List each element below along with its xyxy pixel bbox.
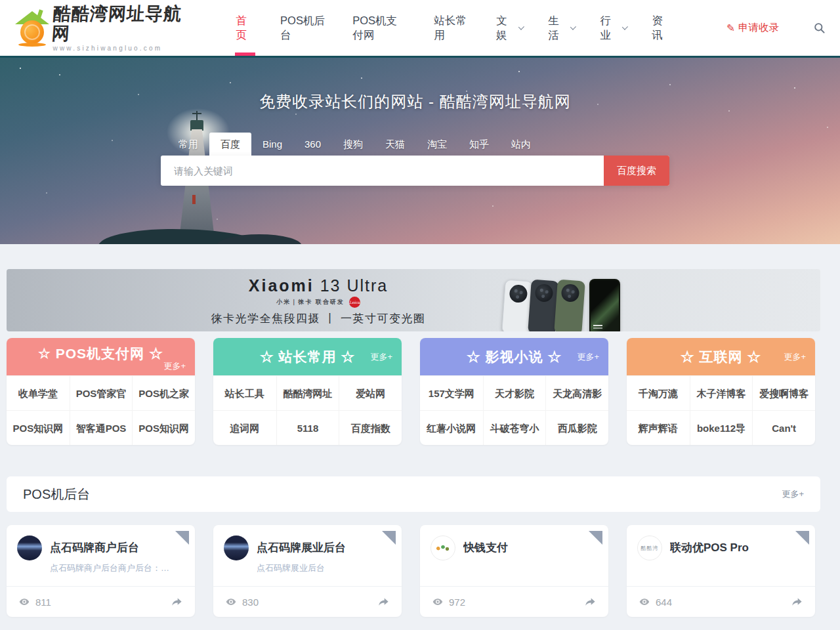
category-link[interactable]: 追词网 [213,410,276,445]
category-link[interactable]: 斗破苍穹小 [483,410,546,445]
category-link[interactable]: 爱搜啊博客 [752,375,815,410]
category-link[interactable]: 辉声辉语 [627,410,690,445]
tab-360[interactable]: 360 [293,133,332,156]
nav-item-news[interactable]: 资讯 [639,0,683,56]
section-title: POS机后台 [23,486,90,503]
site-avatar [430,536,455,560]
section-more-link[interactable]: 更多+ [782,488,804,500]
site-card[interactable]: 点石码牌展业后台 点石码牌展业后台 830 [213,525,402,617]
site-logo[interactable]: 酷酷湾网址导航网 www.sizhiwangluo.com [14,4,185,52]
home-orange-logo-icon [14,10,46,47]
eye-icon [18,596,30,608]
chevron-down-icon [622,24,628,30]
site-title: 联动优POS Pro [670,536,793,560]
category-link[interactable]: 智客通POS [70,410,133,445]
category-link[interactable]: 5118 [276,410,339,445]
nav-item-home[interactable]: 首页 [223,0,267,56]
category-link[interactable]: 157文学网 [420,375,483,410]
share-icon[interactable] [171,596,183,608]
category-link[interactable]: 千淘万漉 [627,375,690,410]
category-link[interactable]: 红薯小说网 [420,410,483,445]
category-link[interactable]: Can't [752,410,815,445]
top-navbar: 酷酷湾网址导航网 www.sizhiwangluo.com 首页 POS机后台 … [0,0,840,56]
nav-item-pos-backend[interactable]: POS机后台 [267,0,339,56]
banner-subtitle: 小米｜徕卡 联合研发 [276,298,344,306]
brand-name: 酷酷湾网址导航网 [51,4,186,43]
category-title: ☆ POS机支付网 ☆ [38,345,163,363]
category-link[interactable]: 百度指数 [339,410,402,445]
category-link[interactable]: 天龙高清影 [545,375,608,410]
eye-icon [639,596,650,608]
pencil-icon: ✎ [726,22,735,34]
category-card-internet: ☆ 互联网 ☆ 更多+ 千淘万漉 木子洋博客 爱搜啊博客 辉声辉语 boke11… [627,338,815,445]
category-link[interactable]: 天才影院 [483,375,546,410]
view-count: 972 [432,596,465,608]
site-subtitle: 点石码牌商户后台商户后台：http:... [50,562,173,574]
category-title: ☆ 站长常用 ☆ [260,348,356,366]
main-nav: 首页 POS机后台 POS机支付网 站长常用 文娱 生活 行业 资讯 [223,0,683,56]
banner-title: Xiaomi 13 Ultra [203,276,433,295]
xiaomi-ad-banner[interactable]: Xiaomi 13 Ultra 小米｜徕卡 联合研发 Leica 徕卡光学全焦段… [7,269,820,331]
category-more-link[interactable]: 更多+ [577,351,599,363]
category-link[interactable]: POS知识网 [132,410,195,445]
tab-baidu[interactable]: 百度 [209,133,251,156]
category-cards-row: ☆ POS机支付网 ☆ 更多+ 收单学堂 POS管家官 POS机之家 POS知识… [7,338,820,445]
category-more-link[interactable]: 更多+ [163,360,186,372]
view-count: 830 [225,596,259,608]
category-link[interactable]: 木子洋博客 [690,375,753,410]
tab-tmall[interactable]: 天猫 [374,133,416,156]
category-link[interactable]: 爱站网 [339,375,402,410]
category-header: ☆ 站长常用 ☆ 更多+ [213,338,402,375]
nav-item-entertainment[interactable]: 文娱 [483,0,535,56]
baidu-search-button[interactable]: 百度搜索 [604,156,669,186]
corner-flag-icon [589,531,602,545]
search-icon[interactable] [813,22,826,34]
hero-banner: 免费收录站长们的网站 - 酷酷湾网址导航网 常用 百度 Bing 360 搜狗 … [0,56,840,244]
search-engine-tabs: 常用 百度 Bing 360 搜狗 天猫 淘宝 知乎 站内 [167,133,542,156]
site-subtitle: 点石码牌展业后台 [257,562,379,574]
category-header: ☆ 互联网 ☆ 更多+ [627,338,815,375]
site-cards-row: 点石码牌商户后台 点石码牌商户后台商户后台：http:... 811 点石码牌 [7,525,820,617]
category-more-link[interactable]: 更多+ [370,351,392,363]
site-title: 点石码牌展业后台 [257,536,379,560]
site-card[interactable]: 快钱支付 972 [420,525,608,617]
star-dots [20,68,21,69]
brand-domain: www.sizhiwangluo.com [52,45,184,52]
category-link[interactable]: 站长工具 [213,375,276,410]
search-input[interactable] [161,156,604,186]
nav-item-pos-pay[interactable]: POS机支付网 [339,0,421,56]
apply-inclusion-link[interactable]: ✎ 申请收录 [726,21,779,35]
share-icon[interactable] [791,596,803,608]
tab-site[interactable]: 站内 [500,133,542,156]
tab-taobao[interactable]: 淘宝 [416,133,458,156]
category-link[interactable]: POS知识网 [7,410,70,445]
category-link[interactable]: 收单学堂 [7,375,70,410]
tab-zhihu[interactable]: 知乎 [458,133,500,156]
chevron-down-icon [518,24,524,30]
share-icon[interactable] [584,596,597,608]
category-link[interactable]: POS机之家 [132,375,195,410]
nav-item-webmaster[interactable]: 站长常用 [421,0,483,56]
site-card[interactable]: 酷酷湾 联动优POS Pro 644 [627,525,815,617]
site-title: 快钱支付 [463,536,586,560]
category-link[interactable]: boke112导 [690,410,753,445]
nav-item-industry[interactable]: 行业 [587,0,639,56]
share-icon[interactable] [377,596,390,608]
category-more-link[interactable]: 更多+ [784,351,806,363]
view-count: 811 [18,596,51,608]
nav-item-life[interactable]: 生活 [535,0,587,56]
eye-icon [225,596,237,608]
category-link[interactable]: POS管家官 [70,375,133,410]
view-count: 644 [639,596,672,608]
category-title: ☆ 影视小说 ☆ [467,348,562,366]
tab-common[interactable]: 常用 [167,133,209,156]
eye-icon [432,596,444,608]
phone-image-front [589,279,620,331]
category-link[interactable]: 酷酷湾网址 [276,375,339,410]
category-link[interactable]: 西瓜影院 [545,410,608,445]
site-card[interactable]: 点石码牌商户后台 点石码牌商户后台商户后台：http:... 811 [7,525,195,617]
site-title: 点石码牌商户后台 [50,536,173,560]
tab-bing[interactable]: Bing [251,133,293,156]
hero-title: 免费收录站长们的网站 - 酷酷湾网址导航网 [161,91,669,112]
tab-sogou[interactable]: 搜狗 [332,133,374,156]
